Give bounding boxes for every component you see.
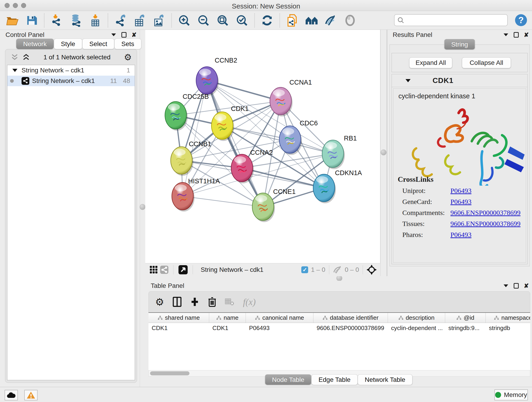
crosslink-link[interactable]: 9606.ENSP00000378699 (450, 220, 520, 228)
collapse-all-networks-icon[interactable] (11, 54, 19, 61)
scrollbar-thumb[interactable] (150, 371, 190, 375)
table-cell[interactable]: stringdb (486, 323, 530, 333)
tab-sets[interactable]: Sets (114, 38, 141, 49)
float-panel-icon[interactable] (514, 32, 519, 38)
network-node-hist1h1a[interactable]: HIST1H1A (172, 177, 220, 211)
column-header-database-identifier[interactable]: database identifier (313, 313, 388, 323)
table-cell[interactable]: CDK1 (209, 323, 246, 333)
detach-view-icon[interactable] (177, 263, 189, 276)
left-splitter[interactable] (140, 30, 145, 387)
tab-network[interactable]: Network (16, 38, 54, 49)
network-node-ccnb1[interactable]: CCNB1 (171, 140, 211, 176)
delete-column-icon[interactable] (208, 297, 216, 307)
collapse-panel-icon[interactable] (503, 284, 509, 288)
tab-node-table[interactable]: Node Table (265, 374, 311, 385)
close-panel-icon[interactable]: ✘ (524, 32, 529, 38)
float-panel-icon[interactable] (514, 283, 519, 288)
first-neighbors-icon[interactable] (305, 14, 318, 27)
zoom-selected-icon[interactable] (235, 14, 248, 27)
crosslink-link[interactable]: P06493 (450, 187, 472, 195)
search-input[interactable] (404, 17, 505, 24)
network-node-ccna2[interactable]: CCNA2 (231, 149, 273, 183)
table-row[interactable]: CDK1CDK1P064939606.ENSP00000378699cyclin… (148, 323, 530, 333)
table-cell[interactable]: stringdb:9... (445, 323, 486, 333)
export-table-icon[interactable] (133, 14, 146, 27)
gene-section-header[interactable]: CDK1 (392, 74, 527, 87)
network-share-view-icon[interactable] (159, 263, 170, 276)
delete-table-icon-disabled[interactable] (225, 298, 234, 306)
new-network-from-selection-icon[interactable] (286, 14, 299, 27)
crosslink-link[interactable]: P06493 (450, 231, 472, 239)
export-network-icon[interactable] (114, 14, 127, 27)
network-edge[interactable] (207, 80, 263, 207)
table-cell[interactable]: P06493 (246, 323, 313, 333)
export-image-icon[interactable] (152, 14, 165, 27)
network-view-canvas[interactable]: CCNB2CCNA1CDC25BCDK1CDC6RB1CCNB1CCNA2CDK… (145, 30, 380, 263)
close-panel-icon[interactable]: ✘ (132, 32, 137, 38)
search-field[interactable] (394, 14, 508, 26)
expand-all-networks-icon[interactable] (22, 54, 30, 61)
cloud-status-button[interactable] (5, 390, 18, 400)
show-columns-icon[interactable] (173, 297, 181, 307)
column-header-shared-name[interactable]: shared name (148, 313, 209, 323)
hidden-elements-eye-icon[interactable] (333, 266, 342, 274)
birds-eye-view-icon[interactable] (367, 265, 377, 275)
column-header-namespace[interactable]: namespace (486, 313, 530, 323)
tree-expand-icon[interactable] (12, 69, 17, 72)
memory-button[interactable]: Memory (494, 389, 528, 400)
close-panel-icon[interactable]: ✘ (524, 283, 529, 289)
tab-network-table[interactable]: Network Table (358, 374, 412, 385)
node-label-ccnb2: CCNB2 (215, 57, 237, 64)
import-network-file-icon[interactable] (51, 14, 63, 27)
tab-select[interactable]: Select (82, 38, 114, 49)
add-column-icon[interactable] (190, 297, 199, 306)
import-network-database-icon[interactable] (70, 14, 82, 27)
crosslink-link[interactable]: P06493 (450, 198, 472, 206)
collapse-panel-icon[interactable] (503, 33, 509, 37)
apply-layout-icon[interactable] (261, 14, 273, 27)
expand-all-button[interactable]: Expand All (409, 57, 452, 68)
zoom-fit-icon[interactable] (216, 14, 229, 27)
grid-view-icon[interactable] (148, 263, 159, 276)
tab-string[interactable]: String (444, 39, 475, 50)
show-all-icon[interactable] (344, 14, 356, 27)
import-table-icon[interactable] (89, 14, 102, 27)
cloud-icon (7, 392, 16, 398)
network-edge[interactable] (183, 196, 263, 207)
tab-style[interactable]: Style (54, 38, 82, 49)
selected-nodes-checkbox[interactable]: ✓ (301, 266, 308, 273)
right-splitter[interactable] (380, 30, 387, 281)
column-header-description[interactable]: description (388, 313, 445, 323)
warnings-button[interactable] (24, 390, 38, 400)
function-builder-icon-disabled[interactable]: f(x) (243, 297, 256, 307)
help-button[interactable]: ? (515, 14, 527, 26)
splitter-knob[interactable] (380, 149, 386, 155)
network-node-ccnb2[interactable]: CCNB2 (196, 57, 237, 96)
network-row[interactable]: String Network – cdk1 11 48 (7, 76, 135, 86)
network-node-ccne1[interactable]: CCNE1 (252, 188, 296, 222)
crosslink-link[interactable]: 9606.ENSP00000378699 (450, 209, 520, 217)
table-cell[interactable]: CDK1 (148, 323, 209, 333)
splitter-knob[interactable] (139, 204, 146, 210)
tab-edge-table[interactable]: Edge Table (311, 374, 358, 385)
collapse-panel-icon[interactable] (111, 33, 116, 37)
table-settings-gear-icon[interactable]: ⚙ (155, 296, 164, 308)
table-cell[interactable]: 9606.ENSP00000378699 (313, 323, 388, 333)
network-node-rb1[interactable]: RB1 (322, 134, 357, 169)
save-session-icon[interactable] (25, 14, 38, 27)
zoom-out-icon[interactable] (197, 14, 210, 27)
column-header-name[interactable]: name (209, 313, 246, 323)
column-header-canonical-name[interactable]: canonical name (246, 313, 313, 323)
zoom-in-icon[interactable] (178, 14, 191, 27)
table-cell[interactable]: cyclin-dependent ... (388, 323, 445, 333)
float-panel-icon[interactable] (121, 32, 127, 38)
column-header--id[interactable]: @id (445, 313, 486, 323)
network-collection-row[interactable]: String Network – cdk1 1 (7, 65, 135, 76)
network-node-cdc6[interactable]: CDC6 (279, 119, 318, 155)
network-options-gear-icon[interactable]: ⚙ (124, 52, 132, 62)
open-folder-icon[interactable] (6, 14, 19, 27)
network-node-cdkn1a[interactable]: CDKN1A (313, 169, 362, 203)
collapse-all-button[interactable]: Collapse All (462, 57, 511, 68)
section-collapse-icon[interactable] (405, 79, 411, 82)
hide-selected-icon[interactable] (324, 14, 337, 27)
